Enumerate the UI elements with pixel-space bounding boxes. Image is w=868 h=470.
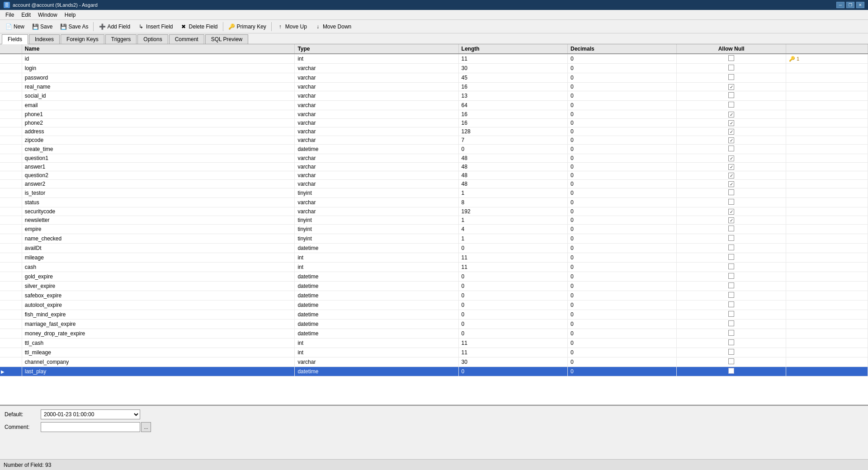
field-allow-null[interactable] [677, 180, 786, 188]
field-allow-null[interactable] [677, 171, 786, 180]
insert-field-button[interactable]: ↳ Insert Field [134, 21, 176, 32]
table-row[interactable]: idint110🔑 1 [0, 54, 868, 64]
allow-null-checkbox[interactable] [728, 155, 734, 161]
allow-null-checkbox[interactable] [728, 84, 734, 90]
table-row[interactable]: addressvarchar1280 [0, 127, 868, 136]
field-allow-null[interactable] [677, 198, 786, 207]
allow-null-checkbox[interactable] [728, 358, 734, 364]
field-allow-null[interactable] [677, 54, 786, 64]
menu-edit[interactable]: Edit [18, 11, 34, 19]
table-row[interactable]: silver_expiredatetime00 [0, 282, 868, 291]
table-row[interactable]: phone1varchar160 [0, 110, 868, 119]
table-row[interactable]: fish_mind_expiredatetime00 [0, 310, 868, 320]
table-row[interactable]: ttl_mileageint110 [0, 348, 868, 357]
field-allow-null[interactable] [677, 357, 786, 367]
field-allow-null[interactable] [677, 119, 786, 127]
new-button[interactable]: 📄 New [2, 21, 28, 32]
table-row[interactable]: real_namevarchar160 [0, 83, 868, 91]
menu-file[interactable]: File [2, 11, 18, 19]
field-allow-null[interactable] [677, 329, 786, 338]
allow-null-checkbox[interactable] [728, 301, 734, 307]
allow-null-checkbox[interactable] [728, 349, 734, 355]
table-row[interactable]: gold_expiredatetime00 [0, 272, 868, 282]
allow-null-checkbox[interactable] [728, 282, 734, 288]
field-allow-null[interactable] [677, 225, 786, 234]
table-row[interactable]: statusvarchar80 [0, 198, 868, 207]
field-allow-null[interactable] [677, 216, 786, 225]
allow-null-checkbox[interactable] [728, 137, 734, 143]
field-allow-null[interactable] [677, 263, 786, 272]
table-row[interactable]: phone2varchar160 [0, 119, 868, 127]
tab-indexes[interactable]: Indexes [29, 34, 60, 44]
move-up-button[interactable]: ↑ Move Up [274, 21, 310, 32]
field-allow-null[interactable] [677, 163, 786, 171]
add-field-button[interactable]: ➕ Add Field [95, 21, 133, 32]
allow-null-checkbox[interactable] [728, 217, 734, 223]
table-row[interactable]: cashint110 [0, 263, 868, 272]
table-row[interactable]: answer2varchar480 [0, 180, 868, 188]
primary-key-button[interactable]: 🔑 Primary Key [225, 21, 269, 32]
table-row[interactable]: question1varchar480 [0, 154, 868, 163]
allow-null-checkbox[interactable] [728, 146, 734, 151]
tab-options[interactable]: Options [137, 34, 168, 44]
field-allow-null[interactable] [677, 91, 786, 101]
allow-null-checkbox[interactable] [728, 235, 734, 241]
field-allow-null[interactable] [677, 101, 786, 110]
tab-triggers[interactable]: Triggers [105, 34, 137, 44]
field-allow-null[interactable] [677, 253, 786, 263]
allow-null-checkbox[interactable] [728, 55, 734, 61]
field-allow-null[interactable] [677, 127, 786, 136]
field-allow-null[interactable] [677, 64, 786, 73]
allow-null-checkbox[interactable] [728, 273, 734, 279]
table-row[interactable]: is_testortinyint10 [0, 188, 868, 198]
field-allow-null[interactable] [677, 145, 786, 154]
allow-null-checkbox[interactable] [728, 181, 734, 187]
save-as-button[interactable]: 💾 Save As [57, 21, 91, 32]
allow-null-checkbox[interactable] [728, 65, 734, 70]
allow-null-checkbox[interactable] [728, 74, 734, 80]
table-row[interactable]: create_timedatetime00 [0, 145, 868, 154]
table-row[interactable]: newslettertinyint10 [0, 216, 868, 225]
save-button[interactable]: 💾 Save [28, 21, 56, 32]
field-allow-null[interactable] [677, 83, 786, 91]
table-row[interactable]: emailvarchar640 [0, 101, 868, 110]
allow-null-checkbox[interactable] [728, 320, 734, 326]
tab-comment[interactable]: Comment [169, 34, 204, 44]
allow-null-checkbox[interactable] [728, 209, 734, 215]
field-allow-null[interactable] [677, 310, 786, 320]
table-row[interactable]: ▶last_playdatetime00 [0, 367, 868, 376]
field-allow-null[interactable] [677, 291, 786, 301]
field-allow-null[interactable] [677, 348, 786, 357]
field-allow-null[interactable] [677, 73, 786, 83]
allow-null-checkbox[interactable] [728, 120, 734, 126]
allow-null-checkbox[interactable] [728, 339, 734, 345]
table-row[interactable]: ttl_cashint110 [0, 338, 868, 348]
table-row[interactable]: autoloot_expiredatetime00 [0, 301, 868, 310]
restore-button[interactable]: ❐ [846, 2, 854, 8]
table-row[interactable]: mileageint110 [0, 253, 868, 263]
allow-null-checkbox[interactable] [728, 173, 734, 179]
field-allow-null[interactable] [677, 367, 786, 376]
field-allow-null[interactable] [677, 207, 786, 216]
close-button[interactable]: ✕ [856, 2, 864, 8]
allow-null-checkbox[interactable] [728, 129, 734, 135]
allow-null-checkbox[interactable] [728, 292, 734, 298]
allow-null-checkbox[interactable] [728, 244, 734, 250]
table-row[interactable]: availDtdatetime00 [0, 244, 868, 253]
allow-null-checkbox[interactable] [728, 112, 734, 118]
table-row[interactable]: securitycodevarchar1920 [0, 207, 868, 216]
field-allow-null[interactable] [677, 272, 786, 282]
delete-field-button[interactable]: ✖ Delete Field [177, 21, 221, 32]
allow-null-checkbox[interactable] [728, 330, 734, 336]
menu-help[interactable]: Help [61, 11, 80, 19]
menu-window[interactable]: Window [34, 11, 61, 19]
move-down-button[interactable]: ↓ Move Down [311, 21, 354, 32]
table-row[interactable]: money_drop_rate_expiredatetime00 [0, 329, 868, 338]
table-row[interactable]: empiretinyint40 [0, 225, 868, 234]
default-select[interactable]: 2000-01-23 01:00:00 [41, 409, 140, 419]
minimize-button[interactable]: ─ [836, 2, 844, 8]
allow-null-checkbox[interactable] [728, 226, 734, 231]
field-allow-null[interactable] [677, 244, 786, 253]
allow-null-checkbox[interactable] [728, 189, 734, 195]
field-allow-null[interactable] [677, 188, 786, 198]
